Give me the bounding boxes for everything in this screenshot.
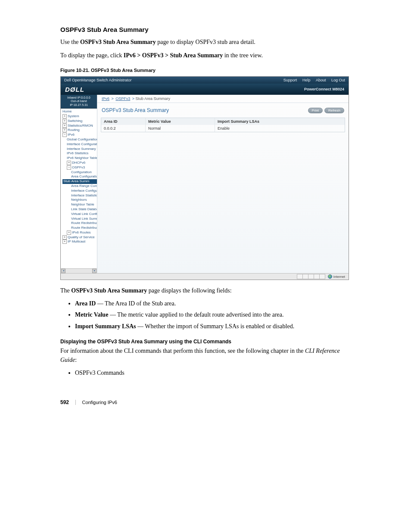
tree-item-label: IPv6 Routes [72,230,91,234]
tree-item-label: Link State Database [71,207,97,211]
content-pane: IPv6 > OSPFv3 > Stub Area Summary OSPFv3… [97,95,349,273]
text: page displays the following fields: [147,287,231,294]
refresh-button[interactable]: Refresh [324,108,344,113]
expand-icon[interactable]: + [67,161,71,165]
text: : [75,357,77,363]
fields-intro: The OSPFv3 Stub Area Summary page displa… [60,286,351,295]
tree-item[interactable]: Home [62,109,97,114]
tree-item[interactable]: +Routing [62,128,97,133]
internet-zone-icon [328,274,332,279]
cli-list: OSPFv3 Commands [75,369,351,377]
tree-item[interactable]: Route Redistribution [62,221,97,226]
status-bar: Internet [61,273,349,280]
tree-item[interactable]: Interface Statistics [62,193,97,198]
expand-icon[interactable]: + [62,124,67,128]
tree-item[interactable]: Area Range Config [62,184,97,189]
tree-item-label: IPv6 Statistics [67,151,88,155]
tree-item[interactable]: Stub Area Summ [62,179,97,184]
text: For information about the CLI commands t… [60,348,305,354]
expand-icon[interactable]: + [62,235,67,240]
list-item: Import Summary LSAs — Whether the import… [75,322,351,331]
col-metric-value: Metric Value [146,118,215,125]
tree-item-label: Interface Configuration [67,142,97,146]
tree-item[interactable]: Link State Database [62,207,97,212]
tree-item[interactable]: Configuration [62,170,97,175]
tree-item[interactable]: −IPv6 [62,133,97,137]
tree-item[interactable]: +IPv6 Routes [62,230,97,235]
cell-import-summary: Enable [215,125,345,132]
tree-item[interactable]: Virtual Link Summa [62,217,97,221]
tree-item[interactable]: +Statistics/RMON [62,124,97,128]
table-header-row: Area ID Metric Value Import Summary LSAs [101,118,345,125]
brand-bar: DØLL PowerConnect M8024 [61,84,349,95]
print-button[interactable]: Print [308,108,323,113]
tree-item[interactable]: IPv6 Statistics [62,151,97,156]
tree-item[interactable]: +IP Multicast [62,240,97,244]
tree-item[interactable]: Global Configuration [62,137,97,142]
panel-header: OSPFv3 Stub Area Summary Print Refresh [97,103,349,118]
expand-icon[interactable]: + [62,240,67,244]
tree-item-label: Statistics/RMON [68,124,93,128]
link-about[interactable]: About [316,78,326,82]
tree-item-label: Interface Summary [67,147,96,151]
window-title: Dell OpenManage Switch Administrator [64,77,132,84]
tree-item[interactable]: +System [62,114,97,119]
tree-item[interactable]: IPv6 Neighbor Table [62,156,97,161]
link-logout[interactable]: Log Out [331,78,345,82]
tree-item-label: Routing [68,128,80,132]
tree-item[interactable]: Virtual Link Configu [62,212,97,217]
expand-icon[interactable]: − [67,165,71,170]
tree-item-label: Stub Area Summ [63,179,89,183]
expand-icon[interactable]: − [62,133,67,137]
tree-item[interactable]: Neighbor Table [62,202,97,207]
status-panes [297,274,325,279]
text: Use the [60,39,80,45]
tree-item[interactable]: Area Configuration [62,174,97,179]
screenshot-figure: Dell OpenManage Switch Administrator Sup… [60,76,349,280]
tree-item[interactable]: Neighbors [62,198,97,202]
tree-item[interactable]: +Switching [62,119,97,124]
scroll-left-icon[interactable]: ◂ [61,269,65,273]
expand-icon[interactable]: + [62,119,67,123]
tree-item-label: System [68,114,79,118]
field-desc: — Whether the import of Summary LSAs is … [136,323,295,330]
text: The [60,287,71,294]
expand-icon[interactable]: + [62,128,67,132]
page-number: 592 [60,399,69,405]
tree-item[interactable]: +DHCPv6 [62,161,97,165]
breadcrumb: IPv6 > OSPFv3 > Stub Area Summary [97,95,349,103]
tree-item[interactable]: Interface Configurat [62,189,97,193]
section-heading: OSPFv3 Stub Area Summary [60,26,351,33]
list-item: Metric Value — The metric value applied … [75,311,351,319]
horizontal-scrollbar[interactable]: ◂ ▸ [61,268,97,273]
titlebar-links: Support Help About Log Out [279,77,345,84]
tree-item[interactable]: +Quality of Service [62,235,97,240]
expand-icon[interactable]: + [62,114,67,118]
tree-item[interactable]: −OSPFv3 [62,165,97,170]
footer-separator: | [75,399,76,405]
crumb-current: Stub Area Summary [136,96,171,101]
expand-icon[interactable]: + [67,230,71,235]
page-footer: 592 | Configuring IPv6 [60,399,351,405]
list-item: OSPFv3 Commands [75,369,351,377]
field-name: Metric Value [75,311,108,318]
field-name: Import Summary LSAs [75,323,136,330]
panel-title: OSPFv3 Stub Area Summary [102,107,169,113]
zone-label: Internet [333,275,345,279]
intro-paragraph-1: Use the OSPFv3 Stub Area Summary page to… [60,37,351,47]
nav-tree: Home+System+Switching+Statistics/RMON+Ro… [61,109,97,268]
link-support[interactable]: Support [283,78,297,82]
scroll-right-icon[interactable]: ▸ [92,269,97,273]
crumb-ospfv3[interactable]: OSPFv3 [115,96,130,101]
tree-item[interactable]: Interface Configuration [62,142,97,147]
tree-item[interactable]: Route Redistributio [62,226,97,230]
tree-item-label: Virtual Link Summa [71,217,97,221]
crumb-ipv6[interactable]: IPv6 [102,96,109,101]
product-name: PowerConnect M8024 [304,87,344,91]
tree-item[interactable]: Interface Summary [62,147,97,152]
tree-item-label: IPv6 Neighbor Table [67,156,97,160]
tree-item-label: Virtual Link Configu [71,212,97,216]
col-area-id: Area ID [101,118,146,125]
text-bold: OSPFv3 Stub Area Summary [80,39,156,45]
link-help[interactable]: Help [302,78,311,82]
